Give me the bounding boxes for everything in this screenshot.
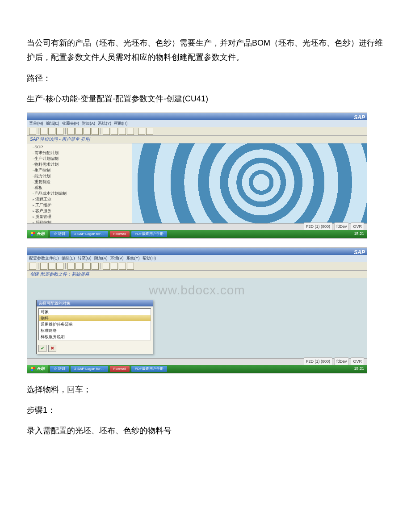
- toolbar-icon[interactable]: [138, 128, 145, 135]
- dialog-option[interactable]: 对象: [39, 309, 151, 315]
- status-bar: F2D (1) (800) fdDev OVR: [27, 223, 367, 230]
- toolbar-icon[interactable]: [48, 128, 55, 135]
- windows-flag-icon: [31, 367, 35, 371]
- toolbar-icon[interactable]: [127, 263, 134, 270]
- toolbar-icon[interactable]: [84, 128, 91, 135]
- step-label: 步骤1：: [27, 403, 384, 417]
- toolbar-icon[interactable]: [103, 128, 110, 135]
- menu-item[interactable]: 环境(V): [110, 255, 124, 262]
- dialog-title: 选择可配置的对象: [37, 300, 153, 306]
- taskbar-item[interactable]: PDF最终用户手册: [131, 231, 167, 237]
- toolbar-icon[interactable]: [40, 128, 47, 135]
- status-bar: F2D (1) (800) fdDev OVR: [27, 358, 367, 365]
- toolbar-icon[interactable]: [29, 263, 36, 270]
- icon-toolbar: [27, 127, 367, 136]
- toolbar-icon[interactable]: [111, 128, 118, 135]
- toolbar-icon[interactable]: [29, 128, 36, 135]
- watermark-text: www.bdocx.com: [27, 279, 367, 302]
- tree-item[interactable]: 流程工业: [33, 197, 131, 202]
- start-button[interactable]: 开始: [27, 365, 48, 373]
- menu-item[interactable]: 系统(Y): [126, 255, 140, 262]
- toolbar-icon[interactable]: [56, 263, 63, 270]
- toolbar-icon[interactable]: [103, 263, 110, 270]
- toolbar-icon[interactable]: [92, 128, 99, 135]
- tree-item[interactable]: SOP: [33, 144, 131, 150]
- toolbar-icon[interactable]: [40, 263, 47, 270]
- dialog-option-list[interactable]: 对象物料通用维护任务清单标准网络样板服务说明: [38, 308, 151, 340]
- taskbar-item[interactable]: ☆ 培训: [50, 366, 69, 372]
- toolbar-icon[interactable]: [92, 263, 99, 270]
- toolbar-icon[interactable]: [67, 263, 75, 270]
- menu-item[interactable]: 配置参数文件(C): [29, 255, 59, 262]
- toolbar-icon[interactable]: [119, 128, 126, 135]
- after-screenshot-instruction: 选择物料，回车；: [27, 382, 384, 397]
- menu-item[interactable]: 编辑(E): [46, 120, 59, 127]
- taskbar-item[interactable]: ☆ 培训: [50, 231, 69, 237]
- toolbar-icon[interactable]: [67, 128, 75, 135]
- taskbar-item[interactable]: PDF最终用户手册: [131, 366, 167, 372]
- screen-title: 创建 配置参数文件：初始屏幕: [27, 271, 367, 278]
- toolbar-icon[interactable]: [75, 263, 83, 270]
- menu-item[interactable]: 转至(G): [78, 255, 92, 262]
- sap-logo: SAP: [354, 248, 365, 258]
- taskbar-item[interactable]: 2 SAP Logon for ...: [71, 231, 108, 237]
- tree-item[interactable]: 客户服务: [33, 208, 131, 214]
- toolbar-icon[interactable]: [84, 263, 91, 270]
- system-tray: 15:21: [354, 365, 367, 372]
- tree-item[interactable]: 工厂维护: [33, 202, 131, 208]
- menu-item[interactable]: 附加(A): [82, 120, 95, 127]
- system-tray: 15:21: [354, 230, 367, 237]
- dialog-option[interactable]: 物料: [39, 315, 151, 321]
- tree-item[interactable]: 质量管理: [33, 214, 131, 220]
- navigation-tree[interactable]: SOP需求分配计划生产计划编制物料需求计划生产控制能力计划重复制造看板产品成本计…: [27, 143, 132, 230]
- tree-item[interactable]: 看板: [33, 185, 131, 191]
- toolbar-icon[interactable]: [75, 128, 83, 135]
- menu-item[interactable]: 菜单(M): [29, 120, 43, 127]
- tree-item[interactable]: 重复制造: [33, 179, 131, 185]
- windows-taskbar: 开始 ☆ 培训 2 SAP Logon for ... Foxmail PDF最…: [27, 230, 367, 238]
- tree-item[interactable]: 需求分配计划: [33, 150, 131, 156]
- tree-item[interactable]: 物料需求计划: [33, 162, 131, 168]
- sap-logo: SAP: [354, 113, 365, 123]
- toolbar-icon[interactable]: [119, 263, 126, 270]
- dialog-option[interactable]: 样板服务说明: [39, 334, 151, 340]
- tray-clock: 15:21: [354, 230, 364, 237]
- icon-toolbar: [27, 262, 367, 271]
- screen-title: SAP 轻松访问 - 用户菜单 孔刚: [27, 136, 367, 143]
- screenshot-sap-easy-access: SAP 菜单(M) 编辑(E) 收藏夹(F) 附加(A) 系统(Y) 帮助(H): [27, 113, 367, 239]
- cancel-button[interactable]: ✖: [48, 345, 56, 352]
- tree-item[interactable]: 生产控制: [33, 168, 131, 173]
- windows-flag-icon: [31, 232, 35, 236]
- toolbar-icon[interactable]: [127, 128, 134, 135]
- dialog-option[interactable]: 通用维护任务清单: [39, 321, 151, 327]
- menu-item[interactable]: 系统(Y): [98, 120, 111, 127]
- taskbar-item[interactable]: Foxmail: [110, 231, 130, 237]
- tree-item[interactable]: 能力计划: [33, 173, 131, 179]
- select-configurable-object-dialog: 选择可配置的对象 对象物料通用维护任务清单标准网络样板服务说明 ✔ ✖: [36, 300, 153, 354]
- dialog-option[interactable]: 标准网络: [39, 327, 151, 334]
- start-button[interactable]: 开始: [27, 230, 48, 238]
- screenshot-create-config-profile: SAP 配置参数文件(C) 编辑(E) 转至(G) 附加(A) 环境(V) 系统…: [27, 247, 367, 373]
- tree-item[interactable]: 生产计划编制: [33, 156, 131, 162]
- toolbar-icon[interactable]: [56, 128, 63, 135]
- toolbar-icon[interactable]: [111, 263, 118, 270]
- menu-item[interactable]: 编辑(E): [62, 255, 75, 262]
- menu-item[interactable]: 帮助(H): [143, 255, 156, 262]
- taskbar-item[interactable]: 2 SAP Logon for ...: [71, 366, 108, 372]
- ripple-background-image: [132, 143, 367, 230]
- menu-bar: 菜单(M) 编辑(E) 收藏夹(F) 附加(A) 系统(Y) 帮助(H): [27, 120, 367, 127]
- document-page: 当公司有新的产品（坯布、光坯布、色纱）需要生产，并对产品BOM（坯布、光坯布、色…: [0, 0, 411, 462]
- menu-item[interactable]: 附加(A): [94, 255, 108, 262]
- tree-item[interactable]: 产品成本计划编制: [33, 191, 131, 197]
- toolbar-icon[interactable]: [48, 263, 55, 270]
- intro-paragraph: 当公司有新的产品（坯布、光坯布、色纱）需要生产，并对产品BOM（坯布、光坯布、色…: [27, 36, 384, 65]
- toolbar-icon[interactable]: [146, 128, 153, 135]
- tray-clock: 15:21: [354, 365, 364, 372]
- menu-bar: 配置参数文件(C) 编辑(E) 转至(G) 附加(A) 环境(V) 系统(Y) …: [27, 255, 367, 262]
- taskbar-item[interactable]: Foxmail: [110, 366, 130, 372]
- path-label: 路径：: [27, 71, 384, 85]
- menu-item[interactable]: 收藏夹(F): [62, 120, 80, 127]
- step-text: 录入需配置的光坯、坯布、色纱的物料号: [27, 423, 384, 438]
- ok-button[interactable]: ✔: [38, 345, 46, 352]
- menu-item[interactable]: 帮助(H): [114, 120, 128, 127]
